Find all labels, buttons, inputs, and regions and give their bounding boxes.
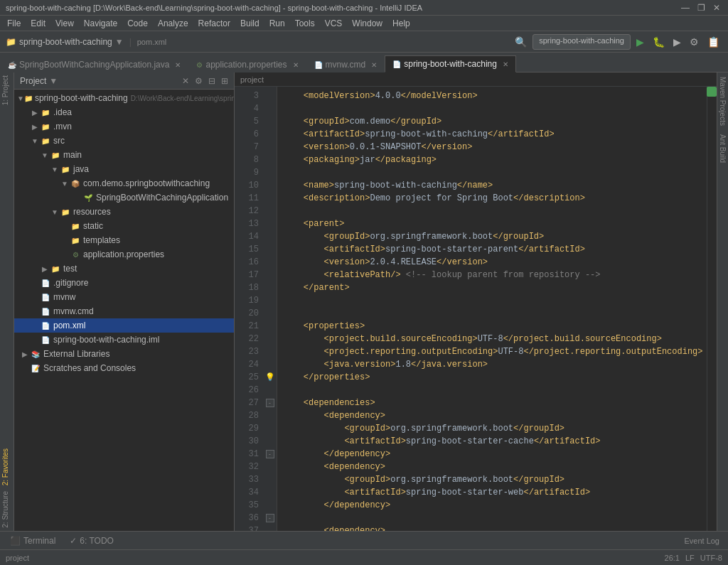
terminal-icon: ⬛ [10,536,21,546]
menu-bar: File Edit View Navigate Code Analyze Ref… [0,16,728,31]
ant-build-tab[interactable]: Ant Build [717,130,728,167]
toggle-package[interactable]: ▼ [60,180,70,188]
run-btn[interactable]: ▶ [633,35,647,49]
tree-item-gitignore[interactable]: 📄 .gitignore [14,276,234,290]
tabs-bar: ☕ SpringBootWithCachingApplication.java … [0,53,728,72]
menu-vcs[interactable]: VCS [321,17,347,30]
fold-icon[interactable]: - [266,450,274,458]
code-content[interactable]: <modelVersion>4.0.0</modelVersion> <grou… [277,87,707,531]
fold-icon[interactable]: - [266,399,274,407]
minimize-button[interactable]: — [680,3,691,13]
tree-item-resources[interactable]: ▼ 📁 resources [14,205,234,219]
menu-edit[interactable]: Edit [26,17,50,30]
event-log-btn[interactable]: Event Log [678,537,725,545]
props-icon: ⚙ [70,249,81,260]
tree-item-scratches[interactable]: 📝 Scratches and Consoles [14,361,234,375]
tab-close-icon[interactable]: ✕ [503,60,508,68]
tree-item-iml[interactable]: 📄 spring-boot-with-caching.iml [14,333,234,347]
window-title: spring-boot-with-caching [D:\Work\Back-e… [6,4,422,12]
tree-item-pom-xml[interactable]: 📄 pom.xml [14,318,234,333]
tree-item-external-libs[interactable]: ▶ 📚 External Libraries [14,347,234,361]
search-everywhere-btn[interactable]: 🔍 [512,35,530,49]
menu-file[interactable]: File [3,17,25,30]
bottom-tab-terminal[interactable]: ⬛ Terminal [3,533,63,549]
iml-icon: 📄 [40,334,51,345]
folder-icon: 📁 [70,220,81,232]
bottom-tab-todo[interactable]: ✓ 6: TODO [63,533,121,549]
structure-tab-vertical[interactable]: 2: Structure [0,488,14,531]
toggle-external[interactable]: ▶ [20,350,30,358]
project-dropdown-icon[interactable]: ▼ [49,76,58,86]
structure-btn[interactable]: 📋 [705,35,722,49]
menu-help[interactable]: Help [388,17,414,30]
toggle-src[interactable]: ▼ [30,137,40,145]
tab-pom-xml[interactable]: 📄 spring-boot-with-caching ✕ [385,55,516,72]
tree-label: src [53,136,65,146]
project-panel: Project ▼ ✕ ⚙ ⊟ ⊞ ▼ 📁 spring-boot-with-c… [14,72,235,531]
settings-btn[interactable]: ⚙ [687,35,702,49]
tree-item-main-class[interactable]: 🌱 SpringBootWithCachingApplication [14,190,234,205]
tree-item-root[interactable]: ▼ 📁 spring-boot-with-caching D:\Work\Bac… [14,91,234,105]
tree-item-mvnw-cmd[interactable]: 📄 mvnw.cmd [14,304,234,318]
spring-icon: 🌱 [82,192,94,203]
menu-tools[interactable]: Tools [291,17,319,30]
menu-navigate[interactable]: Navigate [80,17,122,30]
run-configuration[interactable]: spring-boot-with-caching [532,34,631,50]
tab-close-icon[interactable]: ✕ [293,61,299,69]
toggle-mvn[interactable]: ▶ [30,123,40,131]
maven-projects-tab[interactable]: Maven Projects [717,72,728,130]
tab-spring-app-java[interactable]: ☕ SpringBootWithCachingApplication.java … [0,56,188,72]
tab-application-props[interactable]: ⚙ application.properties ✕ [188,56,306,72]
tree-item-main[interactable]: ▼ 📁 main [14,148,234,162]
menu-build[interactable]: Build [236,17,264,30]
expand-icon[interactable]: ⊞ [221,76,228,86]
menu-window[interactable]: Window [348,17,387,30]
code-line [283,166,701,179]
code-line: <name>spring-boot-with-caching</name> [283,179,701,192]
run-with-coverage-btn[interactable]: ▶ [670,35,684,49]
code-line: <properties> [283,320,701,333]
close-button[interactable]: ✕ [711,3,722,13]
toggle-main[interactable]: ▼ [40,151,50,159]
maximize-button[interactable]: ❐ [695,3,707,13]
menu-refactor[interactable]: Refactor [194,17,235,30]
folder-icon: 📁 [70,235,81,246]
tree-item-app-props[interactable]: ⚙ application.properties [14,247,234,262]
window-controls[interactable]: — ❐ ✕ [680,3,722,13]
settings-icon[interactable]: ⚙ [195,76,203,86]
toggle-test[interactable]: ▶ [40,265,50,273]
code-line: <project.reporting.outputEncoding>UTF-8<… [283,345,701,358]
tree-item-java[interactable]: ▼ 📁 java [14,162,234,176]
project-tab-vertical[interactable]: 1: Project [0,72,14,108]
project-selector[interactable]: 📁 spring-boot-with-caching ▼ [6,37,124,47]
fold-icon[interactable]: - [266,514,274,522]
toggle-java[interactable]: ▼ [50,166,60,173]
favorites-tab-vertical[interactable]: 2: Favorites [0,446,14,488]
tree-item-idea[interactable]: ▶ 📁 .idea [14,105,234,119]
collapse-all-icon[interactable]: ⊟ [208,76,215,86]
tree-item-mvn[interactable]: ▶ 📁 .mvn [14,119,234,134]
tab-close-icon[interactable]: ✕ [175,61,181,69]
tree-item-static[interactable]: 📁 static [14,219,234,233]
tree-item-package[interactable]: ▼ 📦 com.demo.springbootwithcaching [14,176,234,190]
debug-btn[interactable]: 🐛 [650,35,668,49]
toggle-resources[interactable]: ▼ [50,208,60,216]
folder-icon: 📁 [60,206,71,217]
tab-mvnw-cmd[interactable]: 📄 mvnw.cmd ✕ [306,56,385,72]
tree-item-src[interactable]: ▼ 📁 src [14,134,234,148]
code-line: <artifactId>spring-boot-starter-web</art… [283,486,701,499]
tree-item-mvnw[interactable]: 📄 mvnw [14,290,234,304]
menu-analyze[interactable]: Analyze [154,17,193,30]
menu-view[interactable]: View [51,17,78,30]
idea-folder-icon: 📁 [40,107,51,118]
toggle-root[interactable]: ▼ [17,95,24,102]
tab-close-icon[interactable]: ✕ [371,61,377,69]
tree-item-test[interactable]: ▶ 📁 test [14,262,234,276]
tree-item-templates[interactable]: 📁 templates [14,233,234,247]
close-project-panel-btn[interactable]: ✕ [182,76,189,86]
toggle-idea[interactable]: ▶ [30,109,40,117]
tree-label: .mvn [53,122,72,131]
menu-run[interactable]: Run [265,17,289,30]
menu-code[interactable]: Code [123,17,152,30]
code-editor[interactable]: 3 4 5 6 7 8 9 10 11 12 13 14 15 16 17 18… [235,87,717,531]
